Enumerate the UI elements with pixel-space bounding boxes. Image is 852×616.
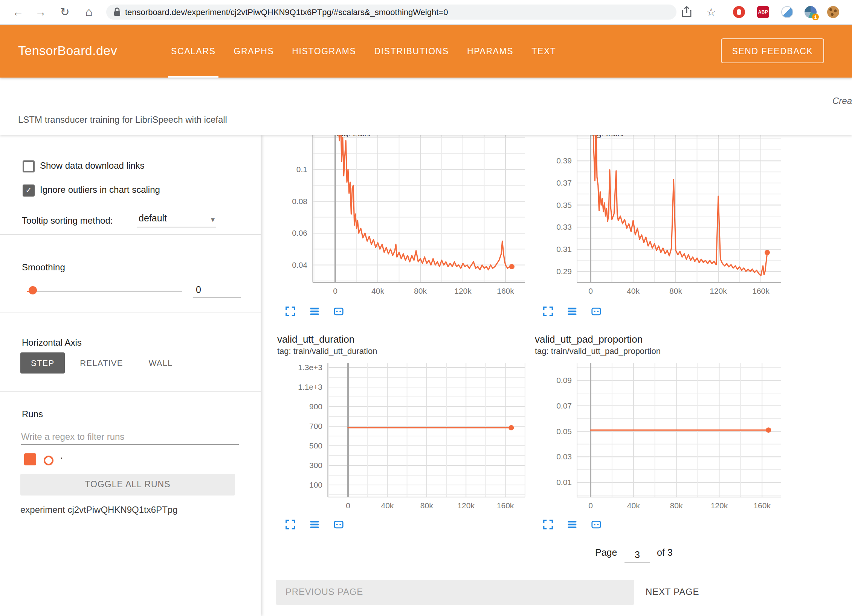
svg-text:0.35: 0.35 <box>556 201 572 209</box>
axis-wall-button[interactable]: WALL <box>138 352 183 374</box>
expand-chart-icon[interactable] <box>285 306 296 317</box>
smoothing-label: Smoothing <box>22 262 65 273</box>
divider <box>0 391 261 392</box>
abp-extension-icon[interactable]: ABP <box>757 6 769 18</box>
experiment-description: LSTM transducer training for LibriSpeech… <box>18 114 227 125</box>
tab-graphs[interactable]: GRAPHS <box>225 24 283 78</box>
tensorboard-header: TensorBoard.dev SCALARS GRAPHS HISTOGRAM… <box>0 24 852 78</box>
tab-distributions[interactable]: DISTRIBUTIONS <box>365 24 458 78</box>
next-page-button[interactable]: NEXT PAGE <box>646 580 699 605</box>
chart-menu-icon[interactable] <box>566 306 578 317</box>
divider <box>0 313 261 313</box>
svg-text:0.1: 0.1 <box>296 165 307 174</box>
svg-text:0: 0 <box>346 501 350 510</box>
fit-domain-icon[interactable] <box>333 306 344 317</box>
adblock-extension-icon[interactable] <box>733 6 745 18</box>
svg-text:0.33: 0.33 <box>556 223 572 231</box>
send-feedback-button[interactable]: SEND FEEDBACK <box>721 38 824 63</box>
cookie-extension-icon[interactable] <box>827 6 839 18</box>
tab-scalars[interactable]: SCALARS <box>162 24 225 78</box>
fit-domain-icon[interactable] <box>591 519 602 530</box>
show-download-links-checkbox[interactable] <box>23 160 35 172</box>
chart-tag: tag: train/valid_utt_duration <box>277 346 377 355</box>
previous-page-button[interactable]: PREVIOUS PAGE <box>276 580 634 605</box>
svg-text:160k: 160k <box>752 287 770 295</box>
horizontal-axis-toggle-group: STEP RELATIVE WALL <box>20 352 183 374</box>
page-total-label: of 3 <box>657 547 673 558</box>
axis-relative-button[interactable]: RELATIVE <box>69 352 133 374</box>
chart-menu-icon[interactable] <box>309 519 320 530</box>
app-logo[interactable]: TensorBoard.dev <box>18 24 117 78</box>
runs-filter-input[interactable] <box>21 429 239 445</box>
svg-text:120k: 120k <box>711 501 728 510</box>
tab-histograms[interactable]: HISTOGRAMS <box>283 24 365 78</box>
home-icon[interactable]: ⌂ <box>80 0 98 24</box>
tab-text[interactable]: TEXT <box>522 24 565 78</box>
svg-text:0.06: 0.06 <box>292 229 307 237</box>
tab-hparams[interactable]: HPARAMS <box>458 24 522 78</box>
svg-text:0: 0 <box>333 287 337 295</box>
smoothing-slider-track[interactable] <box>27 291 182 292</box>
svg-text:0.09: 0.09 <box>556 376 572 384</box>
svg-text:0: 0 <box>588 501 593 510</box>
fit-domain-icon[interactable] <box>333 519 344 530</box>
svg-text:0.08: 0.08 <box>292 197 307 206</box>
fit-domain-icon[interactable] <box>591 306 602 317</box>
svg-text:160k: 160k <box>497 501 514 510</box>
settings-sidebar: Show data download links Ignore outliers… <box>0 135 261 616</box>
chart-valid-utt-pad-proportion-plot[interactable]: 0.090.070.050.030.01040k80k120k160k <box>535 363 787 517</box>
chart-menu-icon[interactable] <box>566 519 578 530</box>
expand-chart-icon[interactable] <box>542 519 554 530</box>
browser-toolbar: ← → ↻ ⌂ tensorboard.dev/experiment/cj2vt… <box>0 0 852 25</box>
chart-top-left-plot[interactable]: 0.10.080.060.04040k80k120k160k <box>277 135 531 302</box>
tooltip-sorting-value: default <box>139 213 167 224</box>
chevron-down-icon: ▾ <box>211 215 215 224</box>
back-icon[interactable]: ← <box>9 0 27 24</box>
svg-text:0.39: 0.39 <box>556 156 572 165</box>
expand-chart-icon[interactable] <box>542 306 554 317</box>
svg-text:80k: 80k <box>414 287 427 295</box>
url-bar[interactable]: tensorboard.dev/experiment/cj2vtPiwQHKN9… <box>106 5 676 20</box>
svg-text:0.03: 0.03 <box>556 452 572 461</box>
chart-menu-icon[interactable] <box>309 306 320 317</box>
bookmark-star-icon[interactable]: ☆ <box>702 0 720 24</box>
runs-label: Runs <box>22 409 43 419</box>
svg-text:0.07: 0.07 <box>556 401 572 410</box>
svg-text:80k: 80k <box>670 501 683 510</box>
svg-text:300: 300 <box>309 461 322 470</box>
share-icon[interactable] <box>677 0 695 24</box>
svg-text:1.3e+3: 1.3e+3 <box>298 363 322 372</box>
tooltip-sorting-dropdown[interactable]: default ▾ <box>137 213 216 227</box>
chart-valid-utt-duration-plot[interactable]: 1.3e+31.1e+3900700500300100040k80k120k16… <box>277 363 531 517</box>
svg-text:0.04: 0.04 <box>292 261 307 269</box>
refresh-icon[interactable]: ↻ <box>56 0 74 24</box>
svg-text:40k: 40k <box>627 287 640 295</box>
svg-text:500: 500 <box>309 441 322 450</box>
svg-text:0.05: 0.05 <box>556 427 572 436</box>
toggle-all-runs-button[interactable]: TOGGLE ALL RUNS <box>20 474 235 496</box>
lock-icon <box>114 8 121 17</box>
svg-text:40k: 40k <box>627 501 640 510</box>
chart-title-valid-utt-duration: valid_utt_duration <box>277 334 354 345</box>
smoothing-slider-thumb[interactable] <box>29 286 37 294</box>
svg-text:120k: 120k <box>457 501 475 510</box>
chart-top-right-plot[interactable]: 0.390.370.350.330.310.29040k80k120k160k <box>535 135 787 302</box>
divider <box>0 234 261 235</box>
run-checkbox[interactable] <box>24 453 36 465</box>
svg-text:1.1e+3: 1.1e+3 <box>298 383 322 391</box>
svg-text:120k: 120k <box>710 287 727 295</box>
smoothing-value-input[interactable] <box>193 282 241 298</box>
extension-icon-blue[interactable] <box>781 6 793 18</box>
svg-text:700: 700 <box>309 422 322 430</box>
svg-text:0.31: 0.31 <box>556 245 572 253</box>
page-label: Page <box>595 547 617 558</box>
forward-icon[interactable]: → <box>32 0 50 24</box>
ignore-outliers-checkbox[interactable] <box>23 184 35 197</box>
axis-step-button[interactable]: STEP <box>20 352 65 374</box>
chart-toolbar <box>285 306 357 318</box>
profile-extension-icon[interactable]: 1 <box>805 6 817 18</box>
svg-text:80k: 80k <box>420 501 433 510</box>
horizontal-axis-label: Horizontal Axis <box>22 337 82 348</box>
page-number-input[interactable] <box>624 547 650 563</box>
expand-chart-icon[interactable] <box>285 519 296 530</box>
